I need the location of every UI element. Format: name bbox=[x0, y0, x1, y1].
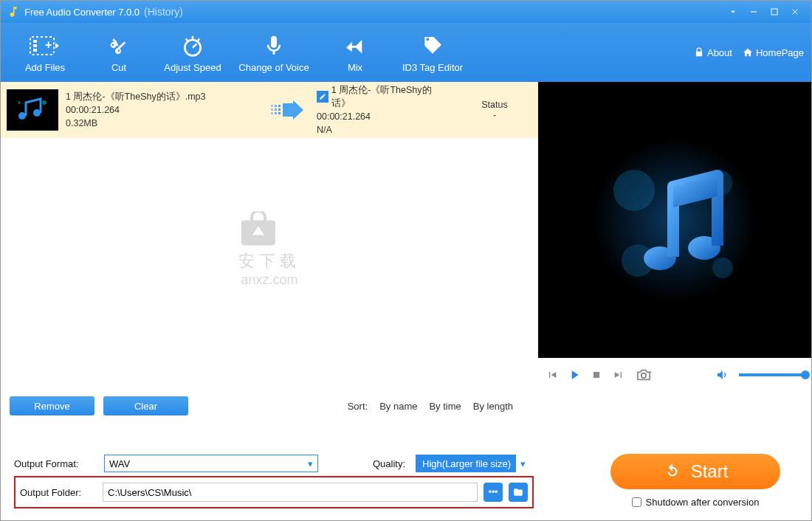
scissors-icon bbox=[106, 32, 131, 59]
preview-controls bbox=[538, 358, 811, 392]
chevron-down-icon: ▾ bbox=[515, 455, 530, 472]
file-list: 1 周杰伦-《听TheShy的话》.mp3 00:00:21.264 0.32M… bbox=[1, 82, 538, 392]
output-folder-input[interactable]: C:\Users\CS\Music\ bbox=[103, 483, 478, 502]
item-output-duration: 00:00:21.264 bbox=[317, 110, 450, 123]
item-thumbnail bbox=[7, 89, 58, 131]
remove-button[interactable]: Remove bbox=[10, 396, 94, 415]
svg-rect-5 bbox=[33, 49, 37, 52]
shutdown-label: Shutdown after conversion bbox=[646, 497, 760, 508]
svg-rect-15 bbox=[275, 105, 277, 107]
svg-point-29 bbox=[641, 373, 646, 378]
svg-rect-14 bbox=[271, 112, 273, 114]
add-files-button[interactable]: + Add Files bbox=[8, 32, 82, 73]
minimize-icon[interactable] bbox=[743, 4, 764, 20]
next-track-button[interactable] bbox=[610, 367, 627, 383]
mix-label: Mix bbox=[348, 62, 362, 73]
volume-slider[interactable] bbox=[739, 373, 805, 376]
output-format-select[interactable]: WAV ▾ bbox=[104, 455, 318, 472]
snapshot-button[interactable] bbox=[633, 367, 655, 383]
shutdown-checkbox[interactable] bbox=[632, 497, 641, 507]
volume-icon[interactable] bbox=[714, 367, 730, 383]
adjust-speed-label: Adjust Speed bbox=[164, 62, 221, 73]
sort-by-length[interactable]: By length bbox=[473, 401, 513, 412]
svg-point-10 bbox=[42, 100, 47, 105]
watermark: 安下载 anxz.com bbox=[238, 211, 300, 287]
svg-point-11 bbox=[18, 101, 21, 104]
id3-label: ID3 Tag Editor bbox=[402, 62, 463, 73]
start-button[interactable]: Start bbox=[610, 454, 780, 489]
adjust-speed-button[interactable]: Adjust Speed bbox=[156, 32, 230, 73]
output-folder-highlight: Output Folder: C:\Users\CS\Music\ ••• bbox=[14, 476, 534, 508]
gauge-icon bbox=[180, 32, 205, 59]
menu-dropdown-icon[interactable] bbox=[723, 4, 743, 20]
item-input-size: 0.32MB bbox=[66, 117, 258, 130]
close-icon[interactable] bbox=[785, 4, 805, 20]
svg-point-22 bbox=[613, 170, 655, 211]
arrow-icon bbox=[265, 99, 309, 121]
svg-rect-28 bbox=[593, 372, 599, 378]
item-output-name: 1 周杰伦-《听TheShy的话》 bbox=[331, 83, 450, 110]
mix-button[interactable]: Mix bbox=[318, 32, 392, 73]
svg-rect-13 bbox=[271, 108, 273, 111]
svg-rect-1 bbox=[771, 9, 777, 15]
browse-more-button[interactable]: ••• bbox=[484, 483, 503, 502]
item-input-name: 1 周杰伦-《听TheShy的话》.mp3 bbox=[66, 90, 258, 103]
about-link[interactable]: About bbox=[694, 47, 732, 58]
app-icon bbox=[7, 5, 20, 18]
chevron-down-icon: ▾ bbox=[308, 458, 313, 469]
open-folder-button[interactable] bbox=[509, 483, 528, 502]
mix-icon bbox=[343, 32, 368, 59]
quality-select[interactable]: High(Larger file size) ▾ bbox=[416, 455, 530, 472]
filmstrip-add-icon: + bbox=[29, 32, 61, 59]
refresh-icon bbox=[663, 462, 682, 481]
home-icon bbox=[743, 47, 753, 58]
svg-rect-20 bbox=[278, 112, 281, 114]
add-files-label: Add Files bbox=[25, 62, 65, 73]
svg-point-25 bbox=[712, 258, 733, 278]
microphone-icon bbox=[261, 32, 286, 59]
stop-button[interactable] bbox=[588, 367, 605, 383]
preview-pane bbox=[538, 82, 811, 358]
app-title: Free Audio Converter 7.0.0 bbox=[24, 7, 140, 18]
play-button[interactable] bbox=[566, 367, 582, 383]
edit-output-name-button[interactable] bbox=[317, 91, 328, 103]
output-format-value: WAV bbox=[109, 458, 130, 469]
svg-text:+: + bbox=[45, 38, 52, 51]
svg-rect-19 bbox=[278, 108, 281, 111]
sort-by-name[interactable]: By name bbox=[379, 401, 417, 412]
svg-rect-17 bbox=[275, 112, 277, 114]
item-output-size: N/A bbox=[317, 123, 450, 137]
lock-icon bbox=[694, 47, 704, 58]
start-label: Start bbox=[691, 461, 729, 482]
homepage-link[interactable]: HomePage bbox=[743, 47, 804, 58]
svg-rect-0 bbox=[751, 11, 757, 12]
change-of-voice-label: Change of Voice bbox=[238, 62, 309, 73]
quality-label: Quality: bbox=[373, 458, 405, 469]
maximize-icon[interactable] bbox=[764, 4, 785, 20]
cut-button[interactable]: Cut bbox=[82, 32, 156, 73]
change-of-voice-button[interactable]: Change of Voice bbox=[230, 32, 318, 73]
svg-rect-4 bbox=[33, 44, 37, 47]
output-folder-label: Output Folder: bbox=[20, 487, 97, 498]
id3-tag-editor-button[interactable]: ID3 Tag Editor bbox=[392, 32, 473, 73]
output-format-label: Output Format: bbox=[14, 458, 97, 469]
history-link[interactable]: (History) bbox=[144, 6, 183, 18]
shutdown-checkbox-row[interactable]: Shutdown after conversion bbox=[632, 497, 760, 508]
svg-point-7 bbox=[185, 40, 200, 55]
clear-button[interactable]: Clear bbox=[103, 396, 188, 415]
svg-rect-16 bbox=[275, 108, 277, 111]
file-list-item[interactable]: 1 周杰伦-《听TheShy的话》.mp3 00:00:21.264 0.32M… bbox=[1, 82, 538, 138]
item-input-duration: 00:00:21.264 bbox=[66, 103, 258, 117]
svg-rect-12 bbox=[271, 105, 273, 107]
tag-icon bbox=[420, 32, 445, 59]
svg-rect-18 bbox=[278, 105, 281, 107]
about-label: About bbox=[707, 47, 732, 58]
sort-label: Sort: bbox=[348, 401, 368, 412]
homepage-label: HomePage bbox=[756, 47, 804, 58]
svg-rect-3 bbox=[33, 40, 37, 43]
sort-by-time[interactable]: By time bbox=[429, 401, 461, 412]
status-header: Status bbox=[457, 100, 532, 110]
quality-value: High(Larger file size) bbox=[421, 458, 512, 469]
prev-track-button[interactable] bbox=[544, 367, 560, 383]
cut-label: Cut bbox=[111, 62, 126, 73]
